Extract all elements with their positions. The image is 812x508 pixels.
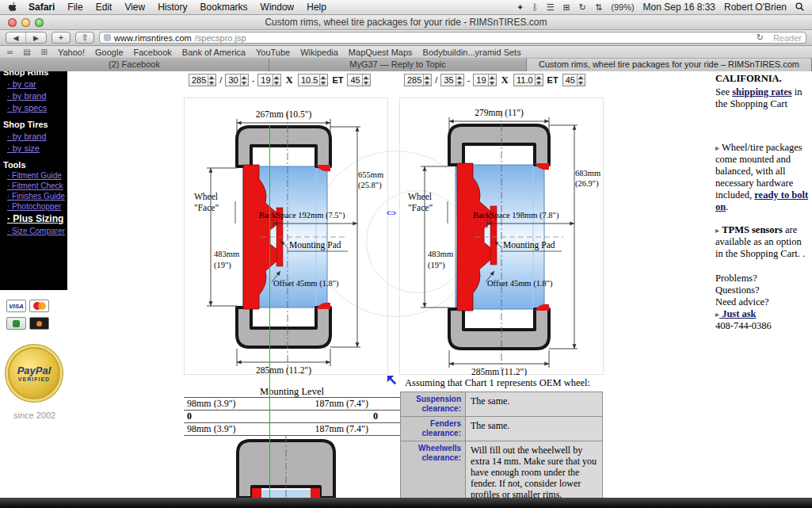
stepper-icon[interactable] <box>535 74 543 86</box>
user-menu[interactable]: Robert O'Brien <box>724 2 787 13</box>
rim-width-select-1[interactable]: 10.5 <box>298 74 328 86</box>
et-label: ET <box>546 75 560 85</box>
bookmark-mapquest[interactable]: MapQuest Maps <box>349 48 413 57</box>
mounting-level-chart: Mounting Level 98mm (3.9") 187mm (7.4") … <box>184 386 400 498</box>
list-icon[interactable]: ☰ <box>547 2 555 13</box>
row-label: Fenders clearance: <box>401 417 466 441</box>
sidebar-item-tires-by-brand[interactable]: by brand <box>7 132 67 141</box>
sidebar-item-tires-by-size[interactable]: by size <box>7 143 67 153</box>
stepper-icon[interactable] <box>319 74 327 86</box>
keyboard-icon[interactable]: ✦ <box>517 2 524 13</box>
stepper-icon[interactable] <box>362 74 370 86</box>
dim-bottom-width: 285mm (11.2") <box>471 367 527 376</box>
bookmark-wikipedia[interactable]: Wikipedia <box>300 48 338 57</box>
share-button[interactable]: ⇧ <box>75 32 94 44</box>
rim-width-select-2[interactable]: 11.0 <box>513 74 543 86</box>
shipping-rates-link[interactable]: shipping rates <box>732 86 791 97</box>
battery-percent[interactable]: (99%) <box>611 2 634 12</box>
mounting-wheel-cross-section <box>184 436 400 498</box>
offset-select-2[interactable]: 45 <box>562 74 585 86</box>
sidebar-item-rims-by-car[interactable]: by car <box>7 79 67 89</box>
stepper-icon[interactable] <box>423 74 431 86</box>
bookmark-yahoo[interactable]: Yahoo! <box>58 48 85 57</box>
stepper-icon[interactable] <box>240 74 248 86</box>
tire-profile-select-1[interactable]: 30 <box>225 74 248 86</box>
bookmark-google[interactable]: Google <box>95 48 123 57</box>
tab-facebook[interactable]: (2) Facebook <box>0 59 269 71</box>
reader-button[interactable]: Reader <box>767 33 802 43</box>
tire-width-select-2[interactable]: 285 <box>404 74 432 86</box>
reading-list-icon[interactable]: ∞ <box>7 48 13 56</box>
wheel-chart-1: 267mm (10.5") 655mm (25.8") Wheel "Face"… <box>184 97 388 375</box>
tire-width-select-1[interactable]: 285 <box>189 74 216 86</box>
top-sites-icon[interactable]: ⊞ <box>41 48 48 56</box>
wheel-diagram-2: 279mm (11") 683mm (26.9") Wheel "Face" B… <box>400 98 604 376</box>
dim-rim-dia-inches: (19") <box>214 261 231 270</box>
mastercard-icon <box>29 300 49 312</box>
tab-myg37[interactable]: MyG37 — Reply to Topic <box>269 59 527 71</box>
bookmarks-bar: ∞ ▤ ⊞ Yahoo! Google Facebook Bank of Ame… <box>0 46 812 59</box>
sidebar-item-rims-by-brand[interactable]: by brand <box>7 91 67 101</box>
california-label: CALIFORNIA. <box>715 73 810 85</box>
dim-overall-dia-inches: (26.9") <box>575 179 599 189</box>
sidebar-item-fitment-guide[interactable]: Fitment Guide <box>7 171 67 180</box>
menu-edit[interactable]: Edit <box>96 2 112 13</box>
stepper-icon[interactable] <box>456 74 463 86</box>
dash-separator: - <box>251 75 256 85</box>
diameter-select-2[interactable]: 19 <box>473 74 496 86</box>
tab-bar: (2) Facebook MyG37 — Reply to Topic Cust… <box>0 59 812 71</box>
menu-safari[interactable]: Safari <box>29 2 55 13</box>
stepper-icon[interactable] <box>488 74 496 86</box>
menu-clock[interactable]: Mon Sep 16 8:33 <box>643 2 715 13</box>
bookmark-bank-of-america[interactable]: Bank of America <box>182 48 246 57</box>
tab-rimsntires[interactable]: Custom rims, wheel tire packages for you… <box>527 59 812 71</box>
mac-menu-bar: Safari File Edit View History Bookmarks … <box>0 0 812 15</box>
bookmark-facebook[interactable]: Facebook <box>134 48 172 57</box>
stepper-icon[interactable] <box>577 74 585 86</box>
new-tab-button[interactable]: + <box>51 32 71 44</box>
stepper-icon[interactable] <box>208 74 215 86</box>
menu-view[interactable]: View <box>124 2 145 13</box>
label-mounting-pad: Mounting Pad <box>503 240 555 250</box>
offset-select-1[interactable]: 45 <box>347 74 370 86</box>
sidebar-item-photochopper[interactable]: Photochopper <box>7 202 67 211</box>
menu-file[interactable]: File <box>67 2 82 13</box>
sidebar-item-plus-sizing[interactable]: Plus Sizing <box>7 213 67 224</box>
menu-history[interactable]: History <box>158 2 187 13</box>
sidebar-item-fitment-check[interactable]: Fitment Check <box>7 181 67 190</box>
forward-button[interactable]: ▶ <box>26 32 46 43</box>
menu-help[interactable]: Help <box>307 2 326 13</box>
window-close-button[interactable] <box>8 18 17 27</box>
window-minimize-button[interactable] <box>21 18 30 27</box>
site-sidebar: Shop Rims by car by brand by specs Shop … <box>0 71 67 290</box>
sidebar-item-finishes-guide[interactable]: Finishes Guide <box>7 192 67 201</box>
label-wheel-face-1: Wheel <box>408 192 432 201</box>
just-ask-link[interactable]: Just ask <box>719 308 757 319</box>
bookmark-bodybuilding[interactable]: Bodybuildin...yramid Sets <box>423 48 521 57</box>
display-icon[interactable]: ⊞ <box>563 2 570 13</box>
bookmarks-book-icon[interactable]: ▤ <box>23 48 30 56</box>
spotlight-icon[interactable] <box>795 2 804 13</box>
bookmark-youtube[interactable]: YouTube <box>256 48 290 57</box>
bluetooth-icon[interactable]: ᛒ <box>532 2 538 12</box>
menu-window[interactable]: Window <box>261 2 295 13</box>
updown-icon[interactable]: ⇅ <box>595 2 602 13</box>
dim-bottom-width: 285mm (11.2") <box>256 365 311 376</box>
reload-button[interactable]: ↻ <box>757 32 764 43</box>
menu-bookmarks[interactable]: Bookmarks <box>200 2 248 13</box>
back-button[interactable]: ◀ <box>6 32 26 43</box>
screen: Safari File Edit View History Bookmarks … <box>0 0 812 508</box>
tire-profile-select-2[interactable]: 35 <box>440 74 463 86</box>
tpms-note: ▸ TPMS sensors are available as an optio… <box>715 224 810 260</box>
apple-menu-icon[interactable] <box>8 2 17 13</box>
bullet-icon: ▸ <box>715 226 719 235</box>
sidebar-item-size-comparer[interactable]: Size Comparer <box>7 227 67 235</box>
comparison-title: Assuming that Chart 1 represents OEM whe… <box>405 377 603 389</box>
sync-icon[interactable]: ↻ <box>579 2 586 13</box>
sidebar-item-rims-by-specs[interactable]: by specs <box>7 103 67 113</box>
stepper-icon[interactable] <box>273 74 280 86</box>
window-zoom-button[interactable] <box>35 18 44 27</box>
address-bar[interactable]: www.rimsntires.com /specspro.jsp ↻ Reade… <box>99 32 806 44</box>
diameter-select-1[interactable]: 19 <box>257 74 280 86</box>
label-wheel-face-1: Wheel <box>194 192 218 201</box>
